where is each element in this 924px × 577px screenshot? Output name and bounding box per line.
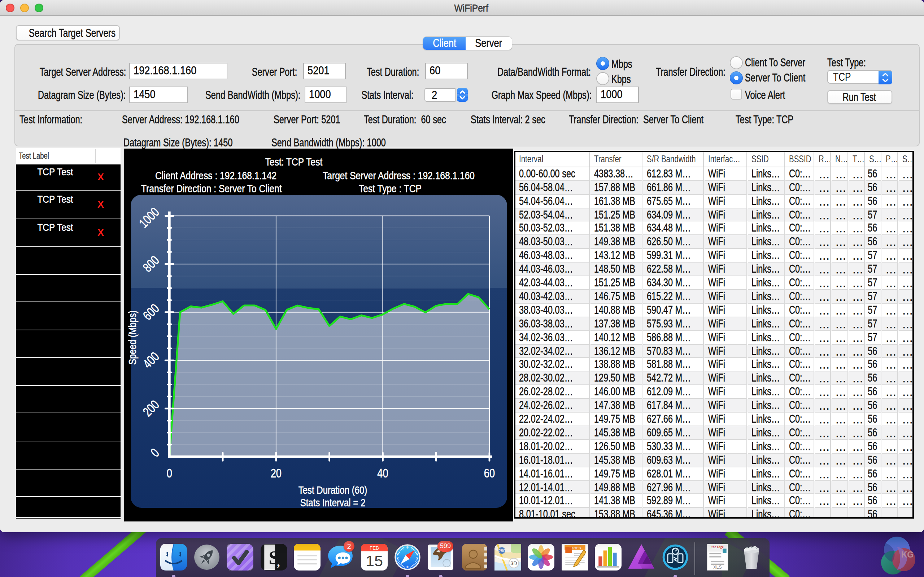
svg-text:Client Address : 192.168.1.142: Client Address : 192.168.1.142 [155, 169, 276, 181]
svg-text:20: 20 [271, 466, 281, 481]
svg-text:Speed (Mbps): Speed (Mbps) [126, 311, 138, 365]
svg-text:0: 0 [167, 466, 172, 481]
svg-text:280: 280 [498, 548, 505, 553]
svg-text:Stats Interval = 2: Stats Interval = 2 [300, 496, 366, 508]
svg-text:40: 40 [377, 466, 388, 481]
svg-text:Target Server Address : 192.16: Target Server Address : 192.168.1.160 [323, 169, 475, 181]
svg-text:15: 15 [365, 552, 383, 569]
svg-text:KG: KG [901, 550, 914, 559]
svg-text:Test Duration (60): Test Duration (60) [299, 484, 367, 496]
svg-text:FEB: FEB [369, 545, 379, 551]
svg-text:3D: 3D [510, 561, 517, 566]
svg-text:Test: TCP Test: Test: TCP Test [265, 156, 323, 168]
svg-text:Test Type : TCP: Test Type : TCP [359, 182, 422, 194]
svg-text:,: , [276, 556, 279, 569]
svg-text:60: 60 [484, 466, 495, 481]
svg-text:the edge: the edge [711, 545, 723, 549]
svg-text:Transfer Direction : Server To: Transfer Direction : Server To Client [141, 182, 282, 194]
svg-text:XLS: XLS [713, 565, 722, 570]
